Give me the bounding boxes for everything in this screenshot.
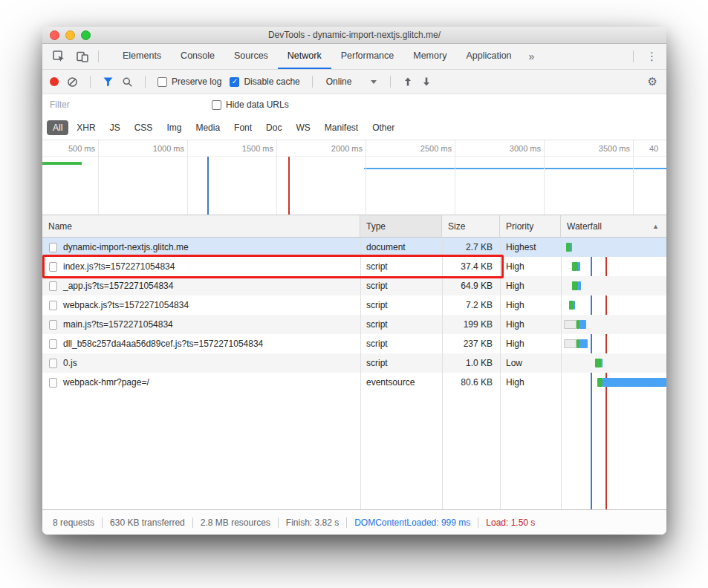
- type-filter-font[interactable]: Font: [228, 120, 258, 135]
- column-header-name[interactable]: Name: [42, 215, 360, 237]
- waterfall-bar: [571, 243, 572, 252]
- overview-gridline: [98, 140, 99, 215]
- divider: [98, 50, 99, 62]
- file-icon: [49, 262, 57, 272]
- filter-icon[interactable]: [103, 76, 114, 87]
- devtools-window: DevTools - dynamic-import-nextjs.glitch.…: [42, 27, 666, 535]
- column-header-label: Type: [366, 221, 386, 232]
- column-separator[interactable]: [500, 238, 501, 509]
- tab-sources[interactable]: Sources: [224, 44, 278, 69]
- tab-elements[interactable]: Elements: [113, 44, 171, 69]
- column-header-label: Waterfall: [567, 221, 602, 232]
- type-filter-js[interactable]: JS: [104, 120, 126, 135]
- type-filter-all[interactable]: All: [47, 120, 68, 135]
- export-har-button[interactable]: [421, 76, 432, 87]
- overview-gridline: [276, 140, 277, 215]
- search-icon[interactable]: [122, 76, 133, 88]
- type-filter-ws[interactable]: WS: [290, 120, 316, 135]
- traffic-lights: [50, 30, 91, 40]
- zoom-window-button[interactable]: [81, 30, 91, 40]
- column-separator[interactable]: [442, 238, 443, 509]
- type-filter-other[interactable]: Other: [366, 120, 400, 135]
- device-toolbar-button[interactable]: [71, 44, 94, 69]
- throttling-value: Online: [326, 76, 352, 87]
- request-name: webpack.js?ts=1572271054834: [63, 295, 189, 315]
- table-row[interactable]: webpack-hmr?page=/eventsource80.6 KBHigh: [42, 373, 666, 392]
- cell-name: dll_b58c257da4aa56d89cef.js?ts=157227105…: [42, 334, 360, 353]
- table-row[interactable]: dll_b58c257da4aa56d89cef.js?ts=157227105…: [42, 334, 666, 353]
- type-filter-css[interactable]: CSS: [129, 120, 159, 135]
- table-row[interactable]: main.js?ts=1572271054834script199 KBHigh: [42, 315, 666, 334]
- inspect-cursor-icon: [52, 50, 65, 63]
- waterfall-bar: [578, 281, 581, 290]
- column-header-priority[interactable]: Priority: [500, 215, 561, 237]
- tab-performance[interactable]: Performance: [331, 44, 404, 69]
- type-filter-doc[interactable]: Doc: [260, 120, 288, 135]
- overview-gridline: [366, 140, 366, 215]
- disable-cache-label: Disable cache: [244, 76, 299, 87]
- waterfall-bar: [578, 262, 580, 271]
- status-item: 2.8 MB resources: [193, 517, 278, 528]
- overview-load-line: [288, 157, 290, 215]
- divider: [390, 76, 391, 88]
- tab-strip: ElementsConsoleSourcesNetworkPerformance…: [113, 44, 522, 69]
- overview-tick-label: 3500 ms: [581, 144, 630, 153]
- inspect-element-button[interactable]: [47, 44, 71, 69]
- type-filter-xhr[interactable]: XHR: [71, 120, 101, 135]
- overview-panel[interactable]: 500 ms1000 ms1500 ms2000 ms2500 ms3000 m…: [42, 140, 666, 215]
- column-header-type[interactable]: Type: [360, 215, 442, 237]
- file-icon: [49, 281, 57, 291]
- title-bar[interactable]: DevTools - dynamic-import-nextjs.glitch.…: [42, 27, 666, 44]
- filter-input[interactable]: [50, 99, 161, 110]
- column-separator[interactable]: [360, 238, 361, 509]
- type-filter-media[interactable]: Media: [189, 120, 226, 135]
- cell-name: _app.js?ts=1572271054834: [42, 276, 360, 295]
- cell-size: 37.4 KB: [442, 257, 500, 276]
- settings-gear-icon[interactable]: ⚙: [646, 75, 659, 88]
- type-filter-manifest[interactable]: Manifest: [319, 120, 364, 135]
- table-row[interactable]: index.js?ts=1572271054834script37.4 KBHi…: [42, 257, 666, 276]
- main-tab-bar: ElementsConsoleSourcesNetworkPerformance…: [42, 44, 666, 70]
- close-window-button[interactable]: [50, 30, 59, 40]
- cell-type: script: [360, 353, 442, 373]
- cell-name: main.js?ts=1572271054834: [42, 315, 360, 334]
- cell-name: webpack-hmr?page=/: [42, 373, 360, 392]
- import-har-button[interactable]: [403, 76, 413, 87]
- cell-name: dynamic-import-nextjs.glitch.me: [42, 238, 360, 257]
- disable-cache-checkbox[interactable]: Disable cache: [230, 76, 299, 87]
- cell-size: 2.7 KB: [442, 238, 500, 257]
- column-header-size[interactable]: Size: [442, 215, 500, 237]
- more-tabs-button[interactable]: »: [522, 44, 542, 69]
- sort-ascending-icon: ▲: [652, 223, 659, 230]
- cell-size: 7.2 KB: [442, 295, 500, 315]
- tab-application[interactable]: Application: [456, 44, 521, 69]
- devtools-menu-button[interactable]: ⋮: [637, 44, 666, 69]
- cell-type: document: [360, 238, 442, 257]
- table-row[interactable]: _app.js?ts=1572271054834script64.9 KBHig…: [42, 276, 666, 295]
- column-separator[interactable]: [561, 238, 562, 509]
- tab-network[interactable]: Network: [278, 44, 331, 69]
- window-title: DevTools - dynamic-import-nextjs.glitch.…: [268, 30, 441, 40]
- hide-data-urls-checkbox[interactable]: Hide data URLs: [212, 99, 289, 110]
- table-row[interactable]: dynamic-import-nextjs.glitch.medocument2…: [42, 238, 666, 257]
- tab-console[interactable]: Console: [171, 44, 224, 69]
- overview-gridline: [633, 140, 634, 215]
- type-filter-img[interactable]: Img: [160, 120, 187, 135]
- column-header-waterfall[interactable]: Waterfall▲: [561, 215, 666, 237]
- cell-name: index.js?ts=1572271054834: [42, 257, 360, 276]
- minimize-window-button[interactable]: [65, 30, 75, 40]
- request-name: dynamic-import-nextjs.glitch.me: [63, 238, 189, 257]
- throttling-dropdown[interactable]: Online: [325, 76, 379, 87]
- network-toolbar: Preserve log Disable cache Online: [42, 70, 666, 94]
- tab-memory[interactable]: Memory: [403, 44, 456, 69]
- waterfall-bar: [597, 378, 603, 387]
- table-row[interactable]: 0.jsscript1.0 KBLow: [42, 353, 666, 373]
- record-button[interactable]: [50, 77, 59, 86]
- overview-gridline: [455, 140, 455, 215]
- cell-type: script: [360, 257, 442, 276]
- clear-button[interactable]: [67, 76, 78, 88]
- preserve-log-checkbox[interactable]: Preserve log: [157, 76, 221, 87]
- cell-type: script: [360, 276, 442, 295]
- table-row[interactable]: webpack.js?ts=1572271054834script7.2 KBH…: [42, 295, 666, 315]
- column-header-label: Size: [448, 221, 465, 232]
